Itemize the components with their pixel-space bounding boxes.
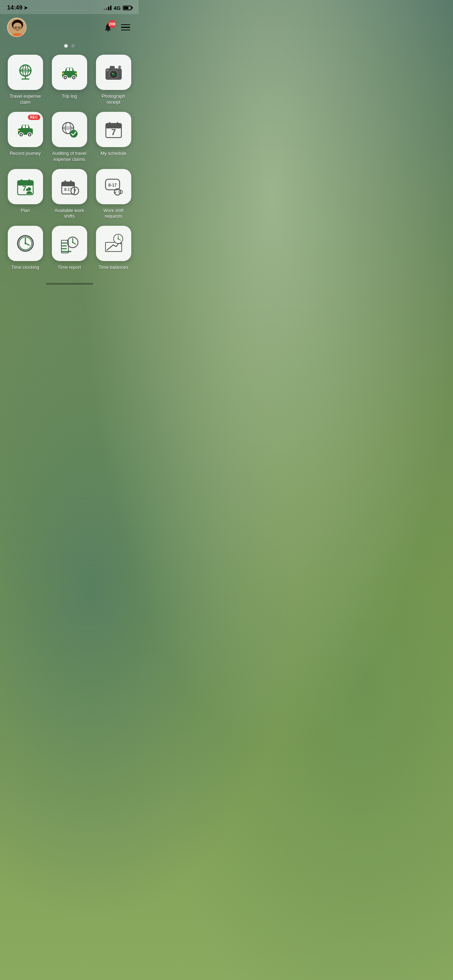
svg-rect-16 bbox=[67, 68, 69, 71]
app-grid: Travel expenseclaim bbox=[0, 55, 139, 278]
svg-rect-47 bbox=[109, 122, 110, 125]
available-work-shifts-label: Available workshifts bbox=[55, 208, 84, 220]
network-type: 4G bbox=[114, 5, 121, 11]
rec-badge: REC bbox=[28, 115, 40, 120]
avatar[interactable] bbox=[7, 18, 27, 37]
time-balances-icon bbox=[96, 226, 131, 261]
svg-point-38 bbox=[29, 134, 30, 135]
svg-rect-48 bbox=[117, 122, 118, 125]
svg-point-72 bbox=[24, 243, 26, 245]
notification-button[interactable]: 208 bbox=[103, 22, 113, 33]
time-report-icon bbox=[52, 226, 87, 261]
notification-badge: 208 bbox=[108, 20, 116, 28]
svg-rect-39 bbox=[18, 130, 20, 131]
app-plan[interactable]: 7 Plan bbox=[6, 169, 44, 220]
my-schedule-label: My schedule bbox=[100, 151, 126, 157]
menu-line-1 bbox=[121, 24, 130, 25]
svg-point-88 bbox=[118, 238, 119, 240]
menu-button[interactable] bbox=[119, 23, 132, 32]
app-time-clocking[interactable]: Time clocking bbox=[6, 226, 44, 270]
status-bar: 14:49 ➤ 4G bbox=[0, 0, 139, 14]
photograph-receipt-icon bbox=[96, 55, 131, 90]
svg-point-31 bbox=[118, 65, 121, 68]
header-right: 208 bbox=[103, 22, 132, 33]
plan-icon: 7 bbox=[8, 169, 43, 204]
battery-icon bbox=[123, 6, 132, 10]
time-clocking-label: Time clocking bbox=[11, 264, 39, 270]
svg-rect-17 bbox=[70, 68, 72, 71]
app-photograph-receipt[interactable]: Photographreceipt bbox=[95, 55, 132, 105]
svg-rect-53 bbox=[29, 179, 30, 182]
svg-rect-23 bbox=[75, 73, 77, 74]
svg-point-76 bbox=[72, 242, 73, 243]
travel-expense-claim-label: Travel expenseclaim bbox=[10, 94, 41, 105]
svg-rect-59 bbox=[65, 180, 66, 183]
plan-label: Plan bbox=[21, 208, 30, 214]
app-trip-log[interactable]: Trip log bbox=[51, 55, 88, 105]
svg-rect-25 bbox=[110, 66, 114, 69]
photograph-receipt-label: Photographreceipt bbox=[102, 94, 125, 105]
svg-point-4 bbox=[18, 27, 20, 28]
svg-rect-33 bbox=[22, 125, 25, 128]
travel-expense-claim-icon bbox=[8, 55, 43, 90]
app-time-report[interactable]: Time report bbox=[51, 226, 88, 270]
svg-rect-22 bbox=[62, 73, 64, 74]
app-time-balances[interactable]: Time balances bbox=[95, 226, 132, 270]
svg-point-3 bbox=[15, 27, 17, 28]
time-report-label: Time report bbox=[58, 264, 81, 270]
app-available-work-shifts[interactable]: 8-17 ? Available workshifts bbox=[51, 169, 88, 220]
svg-rect-58 bbox=[62, 182, 75, 186]
svg-rect-34 bbox=[26, 125, 28, 128]
available-work-shifts-icon: 8-17 ? bbox=[52, 169, 87, 204]
record-journey-label: Record journey bbox=[10, 151, 41, 157]
home-indicator bbox=[0, 278, 139, 288]
app-my-schedule[interactable]: 7 My schedule bbox=[95, 112, 132, 162]
svg-rect-82 bbox=[105, 242, 122, 251]
svg-point-2 bbox=[13, 22, 22, 30]
trip-log-label: Trip log bbox=[62, 94, 77, 99]
my-schedule-icon: 7 bbox=[96, 112, 131, 147]
auditing-travel-label: Auditing of travelexpense claims bbox=[52, 151, 86, 162]
time-clocking-icon bbox=[8, 226, 43, 261]
home-line bbox=[46, 283, 93, 285]
menu-line-3 bbox=[121, 30, 130, 31]
menu-line-2 bbox=[121, 27, 130, 28]
svg-point-21 bbox=[73, 77, 75, 78]
svg-text:7: 7 bbox=[111, 127, 116, 137]
app-auditing-travel[interactable]: Auditing of travelexpense claims bbox=[51, 112, 88, 162]
work-shift-requests-label: Work shiftrequests bbox=[103, 208, 124, 220]
time-balances-label: Time balances bbox=[99, 264, 128, 270]
status-time: 14:49 ➤ bbox=[7, 4, 28, 11]
svg-point-29 bbox=[112, 73, 113, 74]
page-dots bbox=[0, 42, 139, 55]
work-shift-requests-icon: 8-17 bbox=[96, 169, 131, 204]
svg-rect-30 bbox=[106, 70, 109, 71]
location-arrow-icon: ➤ bbox=[24, 5, 28, 11]
signal-icon bbox=[104, 6, 111, 10]
record-journey-icon: REC bbox=[8, 112, 43, 147]
app-header: 208 bbox=[0, 14, 139, 42]
auditing-travel-icon bbox=[52, 112, 87, 147]
svg-text:8-17: 8-17 bbox=[108, 183, 116, 188]
page-dot-1[interactable] bbox=[64, 44, 68, 48]
svg-point-37 bbox=[21, 134, 22, 135]
svg-text:7: 7 bbox=[22, 185, 26, 192]
app-travel-expense-claim[interactable]: Travel expenseclaim bbox=[6, 55, 44, 105]
page-dot-2[interactable] bbox=[71, 44, 75, 48]
svg-rect-60 bbox=[70, 180, 72, 183]
svg-point-20 bbox=[65, 77, 66, 78]
app-record-journey[interactable]: REC Record jour bbox=[6, 112, 44, 162]
status-right: 4G bbox=[104, 5, 132, 11]
app-work-shift-requests[interactable]: 8-17 Work shiftrequests bbox=[95, 169, 132, 220]
trip-log-icon bbox=[52, 55, 87, 90]
svg-rect-52 bbox=[21, 179, 22, 182]
svg-point-56 bbox=[26, 188, 28, 191]
svg-text:?: ? bbox=[73, 188, 76, 194]
